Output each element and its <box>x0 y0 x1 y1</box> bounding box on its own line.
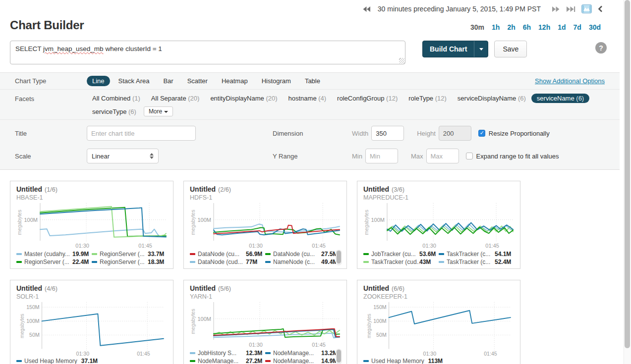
facets-more-button[interactable]: More <box>144 106 173 116</box>
legend-item[interactable]: Master (cudahy...19.9M <box>16 250 92 258</box>
chart-plot[interactable]: 150M100M50M01:3001:45megabytes <box>16 301 168 357</box>
time-range-12h[interactable]: 12h <box>538 23 550 31</box>
time-range-30d[interactable]: 30d <box>589 23 601 31</box>
chart-card-4: Untitled(4/6)SOLR-1150M100M50M01:3001:45… <box>10 280 173 364</box>
charts-grid: Untitled(1/6)HBASE-1100M01:3001:45megaby… <box>0 170 620 364</box>
chart-title: Untitled <box>363 284 389 292</box>
legend-label: RegionServer (... <box>100 251 148 258</box>
time-range-30m[interactable]: 30m <box>470 23 484 31</box>
scale-select[interactable]: Linear <box>87 149 159 163</box>
legend-swatch-icon <box>363 360 369 362</box>
rewind-icon[interactable] <box>362 6 371 12</box>
legend-label: DataNode (cu... <box>273 251 321 258</box>
time-range-1d[interactable]: 1d <box>558 23 566 31</box>
svg-text:01:30: 01:30 <box>422 243 436 249</box>
legend-swatch-icon <box>363 261 369 263</box>
skip-to-now-icon[interactable] <box>566 6 575 12</box>
legend-item[interactable]: TaskTracker (c...54.1M <box>439 250 514 258</box>
legend-item[interactable]: NodeManage...14.9M <box>265 357 341 364</box>
facet-All Combined[interactable]: All Combined (1) <box>87 94 146 103</box>
legend-label: JobTracker (cu... <box>371 251 419 258</box>
facet-serviceDisplayName[interactable]: serviceDisplayName (6) <box>452 94 531 103</box>
legend-item[interactable]: Used Heap Memory37.1M <box>16 357 167 364</box>
page-scrollbar-thumb[interactable] <box>625 0 630 348</box>
resize-proportionally-checkbox[interactable] <box>478 130 485 137</box>
legend-item[interactable]: TaskTracker (cud...43M <box>363 258 439 266</box>
action-buttons: Build Chart Save <box>422 41 527 57</box>
legend-item[interactable]: RegionServer (...33.7M <box>92 250 167 258</box>
facet-roleConfigGroup[interactable]: roleConfigGroup (12) <box>332 94 403 103</box>
facet-roleType[interactable]: roleType (12) <box>403 94 452 103</box>
chart-plot[interactable]: 100M01:3001:45megabytes <box>190 301 342 348</box>
legend-scrollbar[interactable] <box>336 250 342 265</box>
chart-type-table[interactable]: Table <box>299 76 326 86</box>
chevron-left-icon[interactable] <box>598 5 603 12</box>
time-range-2h[interactable]: 2h <box>507 23 515 31</box>
expand-range-checkbox[interactable] <box>466 153 473 159</box>
facet-All Separate[interactable]: All Separate (20) <box>146 94 205 103</box>
page-scrollbar-track[interactable] <box>624 0 631 364</box>
legend-value: 19.9M <box>72 251 89 258</box>
chart-type-bar[interactable]: Bar <box>158 76 178 86</box>
time-range-6h[interactable]: 6h <box>523 23 531 31</box>
chart-index: (6/6) <box>392 285 404 292</box>
legend-label: NodeManage... <box>273 358 321 364</box>
legend-item[interactable]: Used Heap Memory113M <box>363 357 514 364</box>
legend-item[interactable]: NameNode (c...49.4M <box>265 258 341 266</box>
yrange-min-input[interactable] <box>365 149 398 163</box>
chart-type-stack-area[interactable]: Stack Area <box>113 76 155 86</box>
query-input[interactable]: SELECT jvm_heap_used_mb where clusterId … <box>10 41 405 64</box>
chart-subtitle: HBASE-1 <box>16 194 167 202</box>
legend-item[interactable]: NodeManage...27.2M <box>190 357 265 364</box>
facet-hostname[interactable]: hostname (4) <box>283 94 332 103</box>
chart-plot[interactable]: 100M01:3001:45megabytes <box>16 202 168 249</box>
chart-type-line[interactable]: Line <box>87 76 110 86</box>
chart-title-input[interactable] <box>87 126 196 141</box>
build-chart-button[interactable]: Build Chart <box>423 45 474 53</box>
chart-type-heatmap[interactable]: Heatmap <box>216 76 253 86</box>
svg-text:megabytes: megabytes <box>363 209 369 235</box>
chart-plot[interactable]: 150M100M50M01:3001:45megabytes <box>363 301 515 357</box>
legend-item[interactable]: RegionServer (...22.4M <box>16 258 92 266</box>
fast-forward-icon[interactable] <box>552 6 560 12</box>
chart-type-scatter[interactable]: Scatter <box>182 76 213 86</box>
time-marker-icon[interactable] <box>581 4 592 13</box>
yrange-max-input[interactable] <box>426 149 459 163</box>
options-panel: Chart Type LineStack AreaBarScatterHeatm… <box>0 72 620 170</box>
facet-serviceName[interactable]: serviceName (6) <box>531 94 589 103</box>
width-input[interactable] <box>371 126 404 141</box>
chart-plot[interactable]: 100M01:3001:45megabytes <box>190 202 342 249</box>
legend-label: RegionServer (... <box>100 259 148 265</box>
facet-serviceType[interactable]: serviceType (6) <box>87 107 142 116</box>
legend-item[interactable]: DataNode (cud...77M <box>190 258 265 266</box>
query-where-clause: where clusterId = 1 <box>104 45 162 52</box>
show-additional-options-link[interactable]: Show Additional Options <box>535 77 605 85</box>
legend-swatch-icon <box>190 352 195 354</box>
legend-item[interactable]: RegionServer (...18.3M <box>92 258 167 266</box>
chart-subtitle: SOLR-1 <box>16 293 167 301</box>
save-button[interactable]: Save <box>494 41 527 57</box>
chart-plot[interactable]: 100M01:3001:45megabytes <box>363 202 515 249</box>
svg-text:megabytes: megabytes <box>190 209 196 235</box>
svg-text:megabytes: megabytes <box>16 209 22 235</box>
legend-item[interactable]: NodeManage...13.2M <box>265 349 341 357</box>
chart-type-histogram[interactable]: Histogram <box>256 76 296 86</box>
legend-label: TaskTracker (cud... <box>371 259 419 265</box>
legend-item[interactable]: DataNode (cu...27.5M <box>265 250 341 258</box>
time-navigation-bar: 30 minutes preceding January 5, 2015, 1:… <box>0 0 620 13</box>
height-input[interactable] <box>439 126 471 141</box>
legend-swatch-icon <box>265 253 271 255</box>
build-chart-dropdown-toggle[interactable] <box>474 41 488 57</box>
help-icon[interactable]: ? <box>595 42 607 53</box>
chart-builder-page: 30 minutes preceding January 5, 2015, 1:… <box>0 0 631 364</box>
time-range-1h[interactable]: 1h <box>492 23 500 31</box>
legend-item[interactable]: JobHistory S...12.3M <box>190 349 265 357</box>
facets-row: Facets All Combined (1)All Separate (20)… <box>0 90 620 120</box>
chart-card-title-row: Untitled(6/6) <box>363 284 514 293</box>
legend-scrollbar[interactable] <box>336 349 342 364</box>
legend-item[interactable]: DataNode (cu...56.9M <box>190 250 265 258</box>
time-range-7d[interactable]: 7d <box>574 23 581 31</box>
facet-entityDisplayName[interactable]: entityDisplayName (20) <box>205 94 283 103</box>
legend-item[interactable]: TaskTracker (c...52.4M <box>439 258 514 266</box>
legend-item[interactable]: JobTracker (cu...53.6M <box>363 250 439 258</box>
